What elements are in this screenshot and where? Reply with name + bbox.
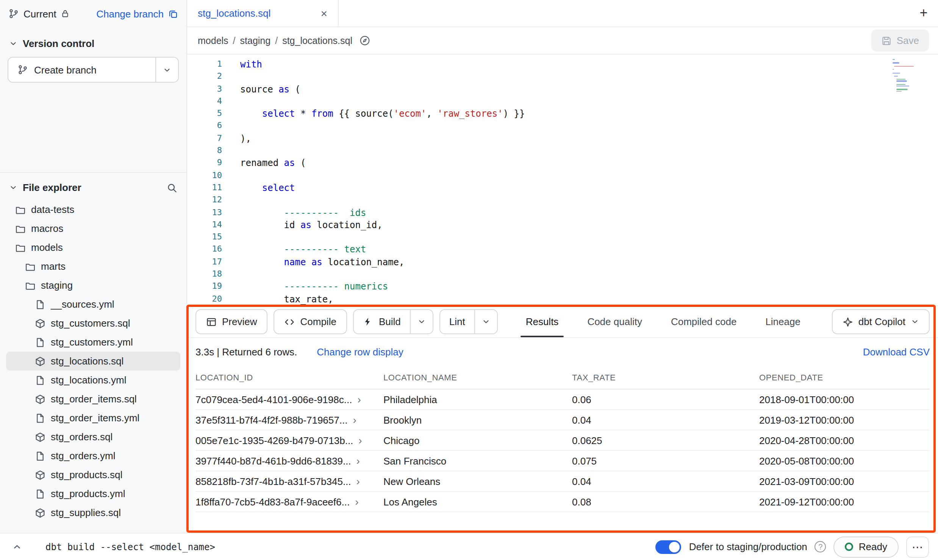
save-button[interactable]: Save [872,30,929,52]
file-tree-item-stg-orders-sql[interactable]: stg_orders.sql [6,427,180,446]
command-input[interactable]: dbt build --select <model_name> [45,541,215,552]
file-tree-item-stg-locations-yml[interactable]: stg_locations.yml [6,371,180,389]
location-id-cell: 858218fb-73f7-4b1b-a31f-57b345...› [195,476,383,487]
results-panel: Preview Compile Build [187,305,938,533]
version-control-section: Version control Create branch [0,27,186,173]
doc-icon [35,413,45,423]
change-branch-link[interactable]: Change branch [96,8,164,19]
defer-toggle[interactable] [656,540,682,554]
file-tree-item-stg-products-sql[interactable]: stg_products.sql [6,465,180,484]
main-area: stg_locations.sql × + models/staging/stg… [187,0,938,533]
file-label: data-tests [31,204,74,215]
file-explorer-header[interactable]: File explorer [0,177,186,198]
line-number: 11 [187,182,222,194]
line-number: 8 [187,145,222,157]
breadcrumb-part[interactable]: staging [240,35,271,46]
lint-button[interactable]: Lint [440,310,474,333]
file-tree-item-stg-order-items-yml[interactable]: stg_order_items.yml [6,408,180,427]
file-label: stg_supplies.sql [51,507,121,518]
help-icon[interactable]: ? [815,541,826,552]
expand-row-icon[interactable]: › [356,476,360,486]
file-tree-item-stg-supplies-sql[interactable]: stg_supplies.sql [6,503,180,522]
chevron-down-icon [482,318,490,326]
expand-row-icon[interactable]: › [356,455,360,466]
download-csv-link[interactable]: Download CSV [863,346,930,358]
code-line: 12 [187,194,938,207]
file-label: stg_orders.sql [51,431,113,443]
file-label: stg_order_items.sql [51,393,137,405]
breadcrumb-part[interactable]: models [198,35,228,46]
copilot-label: dbt Copilot [858,316,905,327]
search-icon[interactable] [167,182,177,193]
code-text: ---------- text [222,244,366,256]
build-button[interactable]: Build [354,310,410,333]
sparkle-icon [843,316,853,327]
dbt-cloud-ide: Current Change branch Version control [0,0,938,560]
preview-button[interactable]: Preview [195,309,268,334]
build-dropdown[interactable] [410,310,433,333]
change-row-display-link[interactable]: Change row display [317,346,403,358]
new-tab-button[interactable]: + [914,3,933,23]
code-editor[interactable]: 1with23source as (45 select * from {{ so… [187,55,938,305]
expand-row-icon[interactable]: › [358,435,362,446]
build-label: Build [379,316,401,327]
file-tree-item--sources-yml[interactable]: __sources.yml [6,295,180,314]
ready-status-button[interactable]: Ready [834,536,899,557]
file-tree-item-stg-customers-sql[interactable]: stg_customers.sql [6,314,180,333]
code-text: name as location_name, [222,256,405,269]
lint-split-button: Lint [439,309,498,334]
code-line: 8 [187,145,938,157]
cell-text: 7c079cea-5ed4-4101-906e-9198c... [195,394,352,405]
minimap-line [896,86,910,86]
table-row: 005e7e1c-1935-4269-b479-0713b...›Chicago… [195,430,930,451]
defer-label: Defer to staging/production [689,541,807,552]
file-tree-item-stg-products-yml[interactable]: stg_products.yml [6,484,180,503]
create-branch-button[interactable]: Create branch [8,58,155,82]
line-number: 9 [187,157,222,170]
folder-icon [15,242,26,253]
file-tree-item-data-tests[interactable]: data-tests [6,200,180,219]
location-id-cell: 005e7e1c-1935-4269-b479-0713b...› [195,435,383,446]
results-table-body: 7c079cea-5ed4-4101-906e-9198c...›Philade… [195,389,930,512]
file-tree-item-marts[interactable]: marts [6,257,180,276]
chevron-down-icon [911,318,919,326]
expand-row-icon[interactable]: › [357,394,361,405]
file-tree-item-macros[interactable]: macros [6,219,180,238]
close-icon[interactable]: × [320,8,327,19]
file-tree-item-stg-locations-sql[interactable]: stg_locations.sql [6,352,180,371]
minimap-line [894,76,898,77]
copy-icon[interactable] [168,9,178,19]
tab-code-quality[interactable]: Code quality [573,306,657,337]
expand-row-icon[interactable]: › [355,496,358,507]
file-tree-item-stg-order-items-sql[interactable]: stg_order_items.sql [6,389,180,408]
lint-dropdown[interactable] [474,310,497,333]
file-tree-item-models[interactable]: models [6,238,180,257]
file-tree-item-staging[interactable]: staging [6,276,180,295]
tab-stg-locations-sql[interactable]: stg_locations.sql × [187,0,339,27]
code-text: select * from {{ source('ecom', 'raw_sto… [222,108,525,120]
minimap[interactable] [893,59,915,92]
create-branch-dropdown[interactable] [155,58,178,82]
cell: 2019-03-12T00:00:00 [759,414,930,425]
version-control-header[interactable]: Version control [0,33,186,57]
file-label: macros [31,223,63,234]
docs-compass-icon[interactable] [359,35,371,46]
expand-row-icon[interactable]: › [353,415,356,425]
breadcrumb-part[interactable]: stg_locations.sql [282,35,352,46]
code-line: 7), [187,133,938,145]
dbt-copilot-button[interactable]: dbt Copilot [832,309,930,334]
tab-compiled-code[interactable]: Compiled code [657,306,751,337]
more-options-button[interactable]: ⋯ [906,536,929,557]
tab-lineage[interactable]: Lineage [751,306,815,337]
file-tree-item-stg-orders-yml[interactable]: stg_orders.yml [6,446,180,465]
column-header: LOCATION_ID [195,373,383,382]
chevron-up-icon[interactable] [8,542,26,552]
file-tree-item-stg-customers-yml[interactable]: stg_customers.yml [6,333,180,352]
compile-button[interactable]: Compile [274,309,347,334]
branch-bar: Current Change branch [0,0,186,27]
line-number: 15 [187,231,222,244]
breadcrumb-row: models/staging/stg_locations.sql Save [187,27,938,55]
line-number: 12 [187,194,222,207]
code-text: select [222,182,295,194]
tab-results[interactable]: Results [511,306,573,337]
